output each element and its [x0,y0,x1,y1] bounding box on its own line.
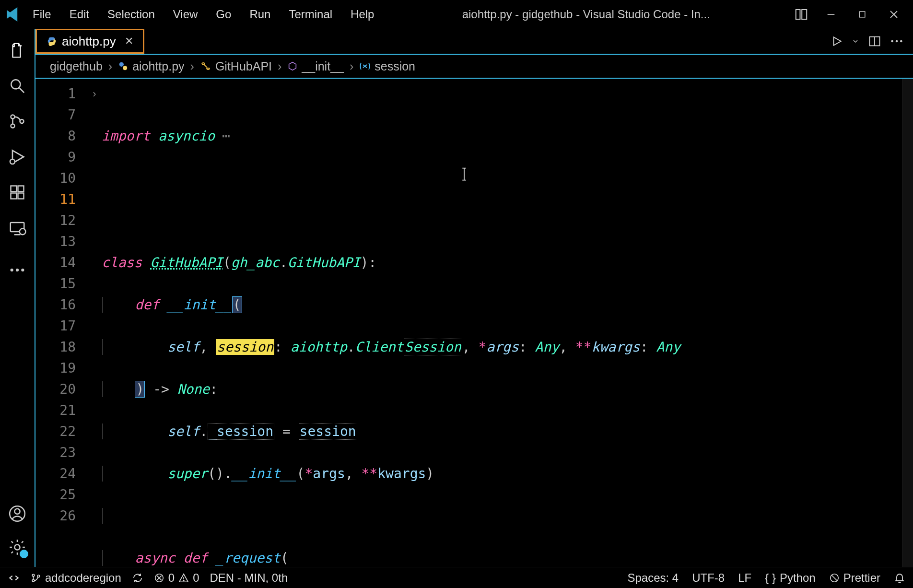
branch-indicator[interactable]: addcoderegion [31,571,121,585]
menu-view[interactable]: View [169,6,202,23]
tab-label: aiohttp.py [62,34,116,49]
svg-rect-15 [18,193,24,199]
encoding-status[interactable]: UTF-8 [692,571,725,585]
language-mode[interactable]: { } Python [765,571,815,585]
source-control-icon[interactable] [7,111,27,131]
method-icon [287,61,298,71]
eol-status[interactable]: LF [738,571,751,585]
svg-point-30 [119,62,124,67]
svg-rect-13 [18,186,24,192]
svg-rect-0 [796,10,800,19]
menu-file[interactable]: File [29,6,55,23]
search-icon[interactable] [7,76,27,96]
svg-point-34 [37,575,40,577]
breadcrumb-method-label: __init__ [302,59,344,73]
code-content[interactable]: import asyncio ⋯ class GitHubAPI(gh_abc.… [102,79,902,567]
accounts-icon[interactable] [7,504,27,524]
window-title: aiohttp.py - gidgethub - Visual Studio C… [378,8,794,21]
window-controls [794,7,909,22]
run-debug-icon[interactable] [7,147,27,167]
svg-point-23 [14,509,20,514]
breadcrumb-class[interactable]: GitHubAPI [200,59,272,73]
svg-rect-14 [11,193,17,199]
minimap[interactable] [902,79,913,567]
svg-point-8 [11,115,15,119]
vscode-logo-icon [4,5,23,24]
explorer-icon[interactable] [7,40,27,60]
fold-gutter[interactable]: › [87,79,102,567]
chevron-right-icon: › [350,59,353,73]
chevron-right-icon: › [108,59,112,73]
menu-bar: File Edit Selection View Go Run Terminal… [29,6,378,23]
warning-count: 0 [193,571,199,585]
maximize-button[interactable] [854,8,871,21]
branch-name: addcoderegion [45,571,121,585]
svg-point-39 [183,580,184,581]
breadcrumb-file-label: aiohttp.py [132,59,184,73]
breadcrumb-project[interactable]: gidgethub [50,59,103,73]
title-bar: File Edit Selection View Go Run Terminal… [0,0,913,29]
menu-go[interactable]: Go [212,6,235,23]
split-editor-icon[interactable] [868,35,881,48]
prettier-label: Prettier [843,571,880,585]
svg-point-27 [891,40,893,43]
menu-edit[interactable]: Edit [66,6,93,23]
svg-point-24 [14,544,20,550]
problems-indicator[interactable]: 0 0 [154,571,199,585]
svg-line-7 [20,88,24,93]
chevron-right-icon: › [190,59,194,73]
menu-help[interactable]: Help [347,6,378,23]
svg-rect-12 [11,186,17,192]
extensions-icon[interactable] [7,182,27,202]
more-icon[interactable] [7,260,27,280]
run-file-icon[interactable] [831,35,843,47]
svg-point-21 [21,269,24,271]
settings-gear-icon[interactable] [7,537,27,557]
chevron-right-icon: › [278,59,281,73]
editor-more-icon[interactable] [890,39,903,43]
tab-close-icon[interactable]: ✕ [125,35,133,47]
menu-run[interactable]: Run [246,6,274,23]
menu-terminal[interactable]: Terminal [285,6,336,23]
error-count: 0 [168,571,175,585]
minimize-button[interactable] [822,7,840,22]
activity-bar [0,29,35,567]
svg-point-31 [123,66,127,70]
svg-point-32 [32,574,35,576]
breadcrumb-member-label: session [375,59,415,73]
class-icon [200,60,211,72]
svg-rect-1 [802,10,807,19]
layout-customize-icon[interactable] [794,7,808,22]
remote-indicator-icon[interactable] [8,572,20,584]
svg-point-11 [10,159,15,164]
fold-collapsed-icon[interactable]: › [87,83,102,105]
indentation-status[interactable]: Spaces: 4 [627,571,679,585]
notifications-bell-icon[interactable] [894,572,905,584]
run-dropdown-icon[interactable] [852,37,859,45]
svg-point-29 [900,40,902,43]
svg-point-33 [32,579,35,582]
python-file-icon [47,36,57,47]
tab-bar: aiohttp.py ✕ [35,29,913,55]
close-button[interactable] [884,7,903,22]
remote-explorer-icon[interactable] [7,218,27,238]
breadcrumb-file[interactable]: aiohttp.py [118,59,184,73]
svg-point-6 [11,80,20,89]
prettier-status[interactable]: Prettier [829,571,880,585]
breadcrumb-method[interactable]: __init__ [287,59,344,73]
editor[interactable]: 1 7 8 9 10 11 12 13 14 15 16 17 18 19 20… [35,79,913,567]
tab-aiohttp[interactable]: aiohttp.py ✕ [35,29,144,54]
breadcrumb-class-label: GitHubAPI [215,59,272,73]
language-label: Python [780,571,816,585]
braces-icon: { } [765,571,776,585]
status-bar: addcoderegion 0 0 DEN - MIN, 0th Spaces:… [0,567,913,588]
svg-rect-3 [859,12,865,17]
folded-indicator-icon[interactable]: ⋯ [215,128,229,144]
breadcrumb[interactable]: gidgethub › aiohttp.py › GitHubAPI › [35,55,913,79]
status-score[interactable]: DEN - MIN, 0th [210,571,288,585]
svg-point-18 [20,229,26,235]
svg-point-9 [11,124,15,128]
breadcrumb-member[interactable]: session [359,59,415,73]
menu-selection[interactable]: Selection [104,6,159,23]
sync-icon[interactable] [132,572,143,584]
